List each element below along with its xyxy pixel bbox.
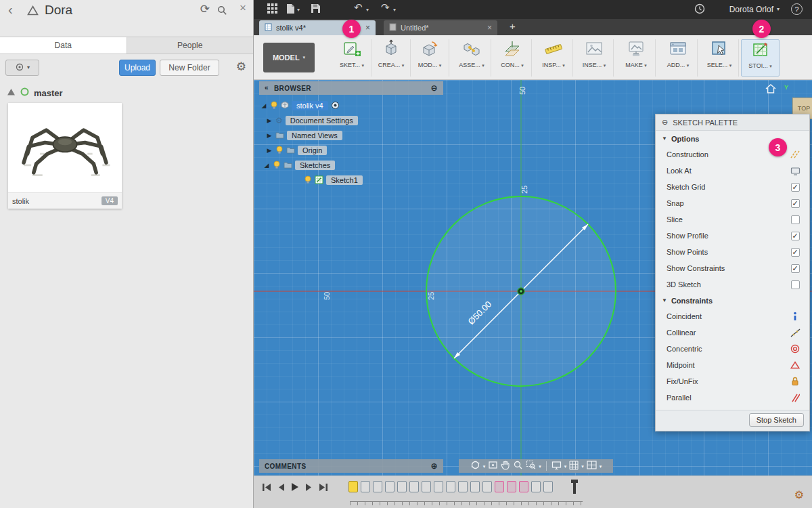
browser-node-root[interactable]: ◢ stolik v4 (261, 99, 340, 112)
constraint-fix-unfix[interactable]: Fix/UnFix (656, 373, 809, 389)
chevron-down-icon[interactable]: ▾ (366, 7, 369, 13)
branch-row[interactable]: master (7, 86, 63, 100)
checkbox[interactable] (791, 232, 800, 240)
timeline-feature-icon[interactable] (422, 481, 431, 492)
orbit-icon[interactable] (470, 460, 480, 472)
constraint-coincident[interactable]: Coincident (656, 308, 809, 324)
checkbox[interactable] (791, 215, 800, 224)
step-forward-icon[interactable] (305, 483, 313, 494)
file-menu-icon[interactable] (286, 3, 295, 16)
expander-closed-icon[interactable]: ▶ (266, 118, 273, 124)
ribbon-button-addins[interactable]: ADD... ▾ (659, 39, 698, 77)
bulb-icon[interactable] (270, 101, 278, 111)
timeline-feature-icon[interactable] (458, 481, 468, 492)
chevron-down-icon[interactable]: ▾ (297, 7, 300, 13)
doc-tab-inactive[interactable]: Untitled* × (384, 20, 497, 35)
clock-icon[interactable] (694, 3, 705, 16)
browser-node-label[interactable]: Document Settings (286, 116, 358, 125)
checkbox[interactable] (791, 264, 800, 273)
look-at-icon[interactable] (488, 460, 498, 472)
browser-options-icon[interactable]: ⊖ (431, 84, 438, 92)
ribbon-button-construct[interactable]: CON... ▾ (493, 39, 532, 77)
zoom-window-icon[interactable] (526, 460, 536, 472)
browser-node-label[interactable]: Sketch1 (326, 175, 363, 185)
browser-node-label[interactable]: Sketches (295, 161, 335, 170)
checkbox[interactable] (791, 183, 800, 192)
search-icon[interactable] (217, 5, 227, 18)
timeline-feature-icon[interactable] (361, 481, 370, 492)
app-grid-icon[interactable] (267, 3, 277, 16)
timeline-feature-icon[interactable] (397, 481, 407, 492)
chevron-down-icon[interactable]: ▾ (483, 464, 486, 469)
constraint-concentric[interactable]: Concentric (656, 341, 809, 357)
upload-button[interactable]: Upload (119, 60, 156, 76)
palette-option-3d-sketch[interactable]: 3D Sketch (656, 276, 809, 293)
timeline-feature-icon[interactable] (482, 481, 492, 492)
constraint-collinear[interactable]: Collinear (656, 324, 809, 341)
play-icon[interactable] (291, 482, 299, 494)
activate-radio-icon[interactable] (331, 101, 340, 111)
ribbon-button-sketch[interactable]: SKET... ▾ (333, 39, 371, 77)
timeline-ruler[interactable] (350, 501, 583, 505)
undo-icon[interactable]: ↶ (354, 2, 363, 12)
timeline-feature-icon[interactable] (446, 481, 455, 492)
constraints-section-header[interactable]: ▼ Constraints (656, 293, 809, 308)
browser-node-label[interactable]: Origin (298, 146, 327, 155)
checkbox[interactable] (791, 199, 800, 208)
zoom-icon[interactable] (513, 460, 523, 472)
bulb-icon[interactable] (275, 146, 284, 156)
browser-node-label[interactable]: stolik v4 (292, 101, 328, 110)
timeline-feature-icon[interactable] (385, 481, 394, 492)
browser-node-sketch1[interactable]: Sketch1 (304, 173, 363, 187)
stop-sketch-button[interactable]: Stop Sketch (749, 413, 804, 427)
concentric-icon[interactable] (790, 344, 800, 354)
palette-option-show-points[interactable]: Show Points (656, 244, 809, 260)
redo-icon[interactable]: ↷ (381, 2, 390, 12)
timeline-feature-icon[interactable] (531, 481, 541, 492)
timeline-marker[interactable] (573, 480, 576, 494)
palette-option-show-constraints[interactable]: Show Constraints (656, 260, 809, 276)
gear-icon[interactable]: ⚙ (236, 61, 246, 72)
midpoint-icon[interactable] (790, 361, 800, 369)
browser-node-label[interactable]: Named Views (287, 131, 342, 140)
expander-open-icon[interactable]: ◢ (263, 163, 270, 169)
coincident-icon[interactable] (790, 312, 800, 321)
ribbon-button-modify[interactable]: MOD... ▾ (411, 39, 449, 77)
viewports-icon[interactable] (587, 461, 597, 471)
palette-options-icon[interactable]: ⊖ (662, 119, 668, 126)
bulb-icon[interactable] (273, 161, 281, 171)
new-tab-button[interactable]: + (510, 20, 516, 32)
workspace-dropdown[interactable]: MODEL ▾ (263, 43, 315, 72)
grid-settings-icon[interactable] (569, 461, 579, 472)
back-chevron-icon[interactable]: ‹ (8, 3, 13, 16)
close-tab-icon[interactable]: × (365, 23, 370, 33)
pan-hand-icon[interactable] (501, 460, 510, 472)
sketch-palette-header[interactable]: ⊖ SKETCH PALETTE (656, 114, 809, 131)
ribbon-button-insert[interactable]: INSE... ▾ (575, 39, 614, 77)
skip-to-end-icon[interactable] (319, 483, 328, 494)
chevron-down-icon[interactable]: ▾ (539, 464, 541, 469)
ribbon-button-inspect[interactable]: INSP... ▾ (535, 39, 573, 77)
expander-closed-icon[interactable]: ▶ (266, 133, 273, 139)
timeline-feature-icon[interactable] (348, 481, 358, 492)
comments-bar[interactable]: COMMENTS ⊕ (259, 459, 443, 473)
bulb-icon[interactable] (304, 175, 312, 186)
browser-node-doc-settings[interactable]: ▶ ⚙ Document Settings (266, 114, 358, 127)
refresh-icon[interactable]: ⟳ (200, 3, 210, 15)
look-at-icon[interactable] (790, 167, 800, 175)
timeline-feature-icon[interactable] (434, 481, 443, 492)
expander-open-icon[interactable]: ◢ (261, 103, 267, 109)
palette-option-slice[interactable]: Slice (656, 211, 809, 228)
tab-data[interactable]: Data (0, 37, 127, 54)
timeline-feature-icon[interactable] (519, 481, 528, 492)
ribbon-button-create[interactable]: CREA... ▾ (372, 39, 411, 77)
parallel-icon[interactable] (790, 394, 800, 402)
project-item-card[interactable]: stolik V4 (8, 103, 122, 209)
palette-option-look-at[interactable]: Look At (656, 163, 809, 179)
skip-to-start-icon[interactable] (262, 483, 271, 494)
chevron-down-icon[interactable]: ▾ (393, 7, 396, 13)
browser-node-sketches[interactable]: ◢ Sketches (263, 158, 335, 172)
chevron-down-icon[interactable]: ▾ (600, 464, 602, 469)
palette-option-snap[interactable]: Snap (656, 195, 809, 211)
browser-node-origin[interactable]: ▶ Origin (266, 144, 327, 157)
